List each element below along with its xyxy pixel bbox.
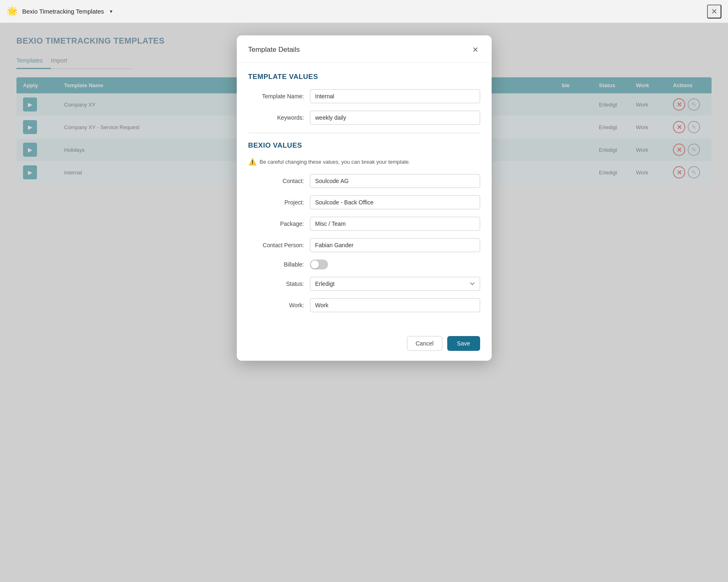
keywords-label: Keywords: xyxy=(248,114,310,121)
work-row: Work: xyxy=(248,298,480,312)
contact-row: Contact: xyxy=(248,174,480,188)
warning-icon: ⚠️ xyxy=(248,158,257,166)
bexio-values-heading: BEXIO VALUES xyxy=(248,141,480,150)
package-label: Package: xyxy=(248,220,310,227)
titlebar-dropdown[interactable]: ▾ xyxy=(108,7,114,15)
keywords-input[interactable] xyxy=(310,111,480,125)
section-divider xyxy=(248,133,480,133)
package-row: Package: xyxy=(248,217,480,231)
work-input[interactable] xyxy=(310,298,480,312)
work-label: Work: xyxy=(248,302,310,308)
warning-text: Be careful changing these values, you ca… xyxy=(260,159,410,165)
project-label: Project: xyxy=(248,199,310,206)
modal-title: Template Details xyxy=(248,46,300,54)
cancel-button[interactable]: Cancel xyxy=(407,336,442,351)
app-icon: 🌟 xyxy=(7,6,18,17)
status-label: Status: xyxy=(248,281,310,287)
billable-toggle-container xyxy=(310,260,328,269)
modal-footer: Cancel Save xyxy=(237,329,492,361)
contact-input[interactable] xyxy=(310,174,480,188)
toggle-knob xyxy=(311,260,319,269)
contact-label: Contact: xyxy=(248,178,310,184)
app-container: BEXIO TIMETRACKING TEMPLATES Templates I… xyxy=(0,23,728,582)
template-name-row: Template Name: xyxy=(248,89,480,103)
titlebar-close-button[interactable]: ✕ xyxy=(707,5,721,19)
template-details-modal: Template Details ✕ TEMPLATE VALUES Templ… xyxy=(237,35,492,361)
save-button[interactable]: Save xyxy=(447,336,480,351)
billable-toggle[interactable] xyxy=(310,260,328,269)
modal-header: Template Details ✕ xyxy=(237,35,492,63)
status-select[interactable]: Erledigt Offen In Bearbeitung xyxy=(310,277,480,291)
template-name-input[interactable] xyxy=(310,89,480,103)
template-values-heading: TEMPLATE VALUES xyxy=(248,73,480,81)
contact-person-input[interactable] xyxy=(310,238,480,252)
contact-person-row: Contact Person: xyxy=(248,238,480,252)
warning-box: ⚠️ Be careful changing these values, you… xyxy=(248,158,480,166)
keywords-row: Keywords: xyxy=(248,111,480,125)
project-input[interactable] xyxy=(310,195,480,209)
titlebar: 🌟 Bexio Timetracking Templates ▾ ✕ xyxy=(0,0,728,23)
modal-close-button[interactable]: ✕ xyxy=(471,44,480,56)
template-name-label: Template Name: xyxy=(248,93,310,100)
package-input[interactable] xyxy=(310,217,480,231)
titlebar-title: Bexio Timetracking Templates xyxy=(22,8,104,15)
project-row: Project: xyxy=(248,195,480,209)
modal-body: TEMPLATE VALUES Template Name: Keywords:… xyxy=(237,63,492,329)
modal-overlay: Template Details ✕ TEMPLATE VALUES Templ… xyxy=(0,23,728,582)
billable-label: Billable: xyxy=(248,261,310,268)
billable-row: Billable: xyxy=(248,260,480,269)
contact-person-label: Contact Person: xyxy=(248,242,310,248)
status-row: Status: Erledigt Offen In Bearbeitung xyxy=(248,277,480,291)
titlebar-left: 🌟 Bexio Timetracking Templates ▾ xyxy=(7,6,114,17)
